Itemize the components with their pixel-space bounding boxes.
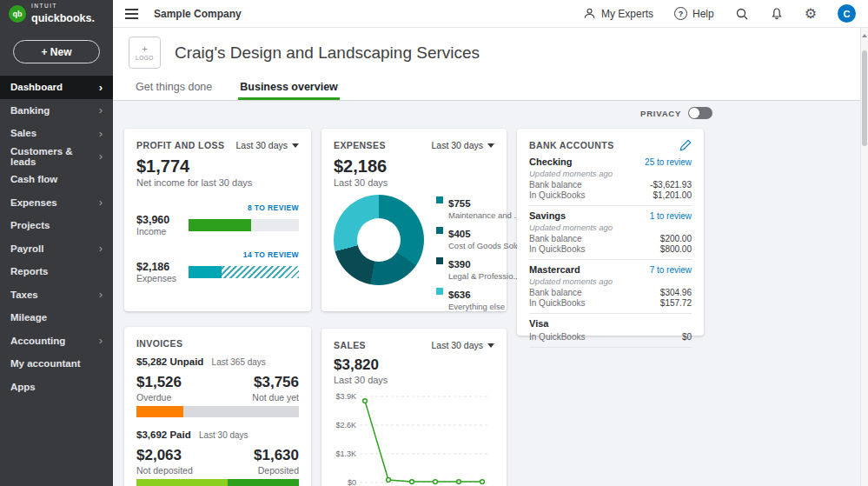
- scroll-up-arrow-icon[interactable]: [862, 31, 867, 37]
- tab-business-overview[interactable]: Business overview: [238, 81, 340, 100]
- gear-icon[interactable]: ⚙: [805, 7, 817, 21]
- sidebar-item-accounting[interactable]: Accounting ›: [0, 330, 113, 353]
- paid-bar: [136, 479, 299, 486]
- profit-loss-card: PROFIT AND LOSS Last 30 days $1,774 Net …: [124, 129, 311, 311]
- hamburger-menu-icon[interactable]: [125, 9, 138, 19]
- row-label: Bank balance: [529, 234, 582, 244]
- sidebar-item-apps[interactable]: Apps: [0, 376, 113, 399]
- expenses-legend: $755 Maintenance and ... $405 Cost of Go…: [436, 195, 520, 311]
- sidebar-item-label: Expenses: [10, 197, 57, 208]
- legend-amount: $755: [448, 198, 471, 209]
- sidebar-item-customers-leads[interactable]: Customers & leads ›: [0, 145, 113, 169]
- notifications-bell-icon[interactable]: [770, 7, 784, 21]
- search-icon[interactable]: [735, 7, 749, 21]
- row-label: Bank balance: [529, 288, 582, 298]
- my-experts-button[interactable]: My Experts: [583, 7, 653, 20]
- row-value: $200.00: [660, 234, 692, 244]
- sidebar-item-sales[interactable]: Sales ›: [0, 122, 113, 145]
- sidebar-item-label: Reports: [10, 266, 48, 276]
- plus-icon: +: [142, 44, 147, 53]
- chevron-right-icon: ›: [99, 150, 103, 163]
- period-value: Last 30 days: [431, 140, 483, 150]
- expenses-caption: Last 30 days: [334, 177, 494, 188]
- invoices-card: INVOICES $5,282 Unpaid Last 365 days $1,…: [124, 327, 311, 486]
- legend-label: Maintenance and ...: [448, 211, 520, 220]
- sidebar-item-projects[interactable]: Projects: [0, 214, 113, 237]
- income-review-link[interactable]: 8 TO REVIEW: [136, 203, 299, 212]
- edit-pencil-icon[interactable]: [679, 139, 692, 151]
- sales-total: $3,820: [334, 356, 494, 374]
- chevron-right-icon: ›: [99, 196, 103, 209]
- chevron-right-icon: ›: [99, 288, 103, 301]
- notdue-label: Not due yet: [252, 392, 299, 403]
- row-value: $800.00: [660, 244, 692, 255]
- sidebar-item-banking[interactable]: Banking ›: [0, 99, 113, 123]
- person-icon: [583, 7, 596, 20]
- help-icon: ?: [674, 7, 687, 20]
- account-review-link[interactable]: 1 to review: [650, 211, 692, 221]
- card-title: INVOICES: [136, 338, 182, 349]
- sidebar-item-label: Projects: [10, 220, 50, 230]
- top-bar: Sample Company My Experts ? Help ⚙ C: [113, 0, 868, 28]
- period-dropdown[interactable]: Last 30 days: [431, 340, 494, 351]
- legend-amount: $405: [448, 229, 471, 239]
- expenses-bar-fill: [189, 266, 222, 278]
- sidebar-item-label: Payroll: [10, 243, 43, 254]
- expenses-review-link[interactable]: 14 TO REVIEW: [136, 250, 299, 259]
- sidebar-item-label: Banking: [10, 105, 50, 116]
- user-avatar[interactable]: C: [838, 4, 856, 23]
- sidebar-item-taxes[interactable]: Taxes ›: [0, 283, 113, 307]
- overdue-amount: $1,526: [136, 374, 182, 391]
- legend-item: $390 Legal & Professio...: [436, 256, 520, 281]
- privacy-toggle[interactable]: [688, 107, 712, 119]
- sidebar-item-my-accountant[interactable]: My accountant: [0, 352, 113, 376]
- new-button[interactable]: + New: [13, 40, 100, 63]
- paid-label: Paid: [169, 429, 190, 440]
- add-logo-placeholder[interactable]: + LOGO: [129, 37, 161, 69]
- chevron-down-icon: [292, 143, 299, 151]
- sidebar-item-dashboard[interactable]: Dashboard ›: [0, 76, 113, 99]
- sidebar-item-cash-flow[interactable]: Cash flow: [0, 168, 113, 191]
- vertical-scrollbar[interactable]: [860, 28, 868, 486]
- sidebar-item-label: Dashboard: [10, 82, 63, 92]
- account-name: Savings: [529, 210, 566, 222]
- notdeposited-label: Not deposited: [136, 465, 193, 476]
- row-value: $157.72: [660, 298, 692, 309]
- row-label: In QuickBooks: [529, 190, 585, 201]
- sidebar-item-label: My accountant: [10, 358, 81, 369]
- notdue-bar-fill: [183, 406, 299, 417]
- period-dropdown[interactable]: Last 30 days: [431, 140, 494, 151]
- help-label: Help: [692, 8, 714, 20]
- chevron-right-icon: ›: [99, 334, 103, 347]
- my-experts-label: My Experts: [601, 8, 653, 20]
- quickbooks-logo: qb INTUIT quickbooks.: [0, 0, 113, 28]
- expenses-donut: [334, 195, 424, 285]
- scrollbar-thumb[interactable]: [862, 50, 867, 146]
- card-title: SALES: [334, 340, 366, 350]
- legend-label: Everything else: [448, 303, 505, 311]
- expenses-total: $2,186: [334, 156, 494, 176]
- account-name: Checking: [529, 156, 573, 168]
- account-review-link[interactable]: 7 to review: [650, 265, 692, 275]
- card-title: PROFIT AND LOSS: [136, 140, 224, 150]
- sales-caption: Last 30 days: [334, 375, 494, 385]
- chevron-right-icon: ›: [99, 81, 103, 94]
- income-label: Income: [136, 226, 182, 236]
- row-label: Bank balance: [529, 180, 582, 190]
- account-updated: Updated moments ago: [529, 223, 692, 232]
- help-button[interactable]: ? Help: [674, 7, 714, 20]
- legend-swatch: [436, 196, 443, 203]
- paid-period: Last 30 days: [199, 430, 248, 440]
- dashboard-tabs: Get things done Business overview: [113, 77, 860, 101]
- sidebar-item-mileage[interactable]: Mileage: [0, 306, 113, 330]
- sidebar-item-reports[interactable]: Reports: [0, 260, 113, 283]
- legend-amount: $636: [448, 290, 471, 300]
- tab-get-things-done[interactable]: Get things done: [134, 81, 214, 100]
- account-review-link[interactable]: 25 to review: [645, 157, 692, 167]
- sidebar-item-payroll[interactable]: Payroll ›: [0, 237, 113, 261]
- row-label: In QuickBooks: [529, 332, 585, 343]
- period-dropdown[interactable]: Last 30 days: [235, 140, 299, 151]
- sidebar-item-expenses[interactable]: Expenses ›: [0, 191, 113, 215]
- sales-line-chart: $3.9K $2.6K $1.3K $0: [334, 392, 494, 486]
- notdeposited-bar-fill: [136, 479, 228, 486]
